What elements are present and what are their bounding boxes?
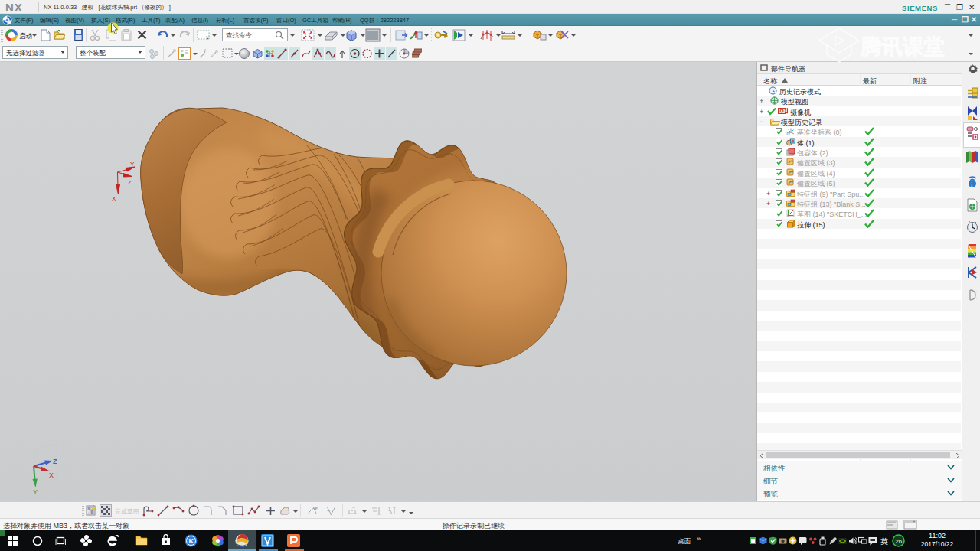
svg-text:Y: Y [33, 488, 38, 496]
svg-text:X: X [49, 471, 54, 479]
svg-text:Z: Z [53, 458, 57, 465]
svg-text:Y: Y [130, 161, 135, 168]
svg-text:Z: Z [128, 179, 132, 186]
svg-text:X: X [112, 195, 116, 202]
svg-text:26: 26 [895, 538, 902, 545]
svg-text:K: K [189, 537, 194, 545]
